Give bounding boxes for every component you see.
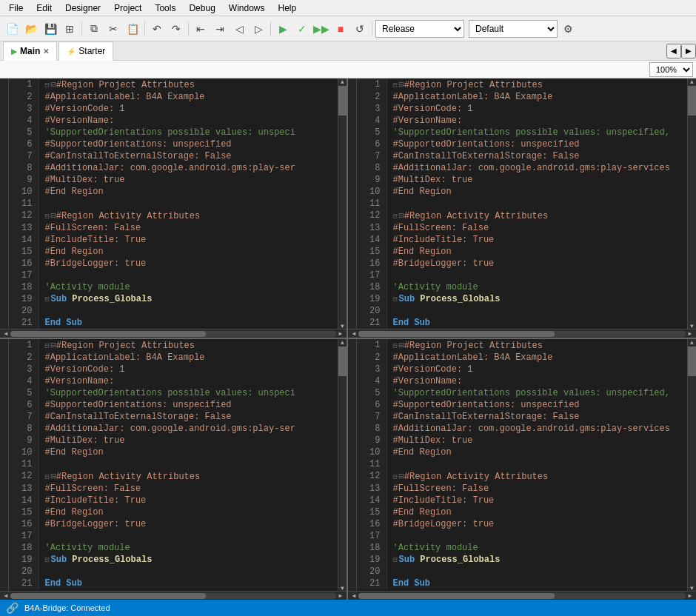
pane2-hscroll-right[interactable]: ▶ — [686, 329, 695, 338]
line-number: 19 — [357, 554, 387, 566]
menu-file[interactable]: File — [3, 1, 29, 15]
redo-button[interactable]: ↷ — [167, 20, 185, 38]
indent-button[interactable]: ⇤ — [192, 20, 210, 38]
pane2-hscroll-thumb[interactable] — [358, 331, 555, 337]
pane2-hscroll-track[interactable] — [358, 331, 686, 337]
collapse-icon[interactable]: ⊟ — [393, 473, 398, 481]
open-button[interactable]: 📂 — [22, 20, 40, 38]
pane1-content[interactable]: 1⊟⊟#Region Project Attributes2 #Applicat… — [9, 78, 338, 329]
pane3-hscroll-thumb[interactable] — [10, 593, 206, 599]
pane2-hscroll-left[interactable]: ◀ — [349, 329, 358, 338]
pane1-vscroll[interactable]: ▲ ▼ — [338, 78, 347, 329]
pane4-hscroll-left[interactable]: ◀ — [349, 592, 358, 600]
tab-prev-button[interactable]: ◀ — [666, 44, 681, 58]
pane4-hscroll-track[interactable] — [358, 593, 686, 599]
save-button[interactable]: 💾 — [41, 20, 59, 38]
pane4-scroll-up[interactable]: ▲ — [688, 339, 696, 345]
check-button[interactable]: ✓ — [293, 20, 311, 38]
collapse-icon[interactable]: ⊟ — [393, 295, 398, 304]
pane2-scroll-thumb[interactable] — [688, 86, 696, 116]
collapse-icon[interactable]: ⊟ — [45, 342, 50, 350]
grid-button[interactable]: ⊞ — [61, 20, 78, 38]
pane2-hscroll[interactable]: ◀ ▶ — [348, 329, 696, 338]
pane3-hscroll[interactable]: ◀ ▶ — [0, 591, 347, 600]
run-button[interactable]: ▶ — [274, 20, 292, 38]
pane2-scroll-track[interactable] — [688, 117, 696, 323]
pane1-scroll-thumb[interactable] — [338, 86, 347, 116]
comment-button[interactable]: ◁ — [230, 20, 248, 38]
tab-main-close[interactable]: ✕ — [43, 47, 49, 56]
pane1-hscroll-thumb[interactable] — [10, 331, 206, 337]
pane3-scroll-down[interactable]: ▼ — [338, 585, 347, 591]
uncomment-button[interactable]: ▷ — [250, 20, 267, 38]
collapse-icon[interactable]: ⊟ — [45, 473, 50, 481]
tab-next-button[interactable]: ▶ — [681, 44, 696, 58]
menu-windows[interactable]: Windows — [223, 1, 271, 15]
pane3-vscroll[interactable]: ▲ ▼ — [338, 339, 347, 591]
menu-designer[interactable]: Designer — [59, 1, 107, 15]
pane3-hscroll-track[interactable] — [10, 593, 336, 599]
collapse-icon[interactable]: ⊟ — [45, 556, 50, 564]
pane4-scroll-thumb[interactable] — [688, 346, 696, 376]
pane3-content[interactable]: 1⊟⊟#Region Project Attributes2 #Applicat… — [9, 339, 338, 591]
code-line: #MultiDex: true — [39, 174, 338, 186]
pane1-hscroll[interactable]: ◀ ▶ — [0, 329, 347, 338]
pane3-hscroll-left[interactable]: ◀ — [1, 592, 10, 600]
table-row: 21 End Sub — [357, 317, 687, 329]
paste-button[interactable]: 📋 — [124, 20, 141, 38]
build-config-dropdown[interactable]: Release Debug — [375, 20, 464, 38]
tab-main[interactable]: ▶ Main ✕ — [3, 41, 57, 61]
line-number: 5 — [357, 127, 387, 138]
pane2-scroll-down[interactable]: ▼ — [688, 323, 696, 329]
cut-button[interactable]: ✂ — [104, 20, 122, 38]
new-button[interactable]: 📄 — [3, 20, 21, 38]
pane1-scroll-up[interactable]: ▲ — [338, 78, 347, 84]
pane4-hscroll-thumb[interactable] — [358, 593, 555, 599]
zoom-dropdown[interactable]: 100% 75% 125% 150% — [649, 62, 693, 77]
collapse-icon[interactable]: ⊟ — [393, 81, 398, 90]
collapse-icon[interactable]: ⊟ — [45, 212, 50, 221]
menu-help[interactable]: Help — [272, 1, 303, 15]
line-number: 17 — [9, 270, 39, 281]
pane2-scroll-up[interactable]: ▲ — [688, 78, 696, 84]
collapse-icon[interactable]: ⊟ — [393, 212, 398, 221]
collapse-icon[interactable]: ⊟ — [393, 556, 398, 564]
run2-button[interactable]: ▶▶ — [312, 20, 330, 38]
menu-project[interactable]: Project — [108, 1, 147, 15]
pane4-code-table: 1⊟⊟#Region Project Attributes2 #Applicat… — [357, 339, 687, 589]
collapse-icon[interactable]: ⊟ — [45, 81, 50, 90]
collapse-icon[interactable]: ⊟ — [393, 342, 398, 350]
device-dropdown[interactable]: Default — [469, 20, 558, 38]
pane4-hscroll-right[interactable]: ▶ — [686, 592, 695, 600]
unindent-button[interactable]: ⇥ — [211, 20, 229, 38]
refresh-button[interactable]: ↺ — [351, 20, 369, 38]
pane4-content[interactable]: 1⊟⊟#Region Project Attributes2 #Applicat… — [357, 339, 687, 591]
pane1-hscroll-right[interactable]: ▶ — [336, 329, 345, 338]
menu-tools[interactable]: Tools — [149, 1, 181, 15]
menu-debug[interactable]: Debug — [183, 1, 221, 15]
pane3-hscroll-right[interactable]: ▶ — [336, 592, 345, 600]
tab-starter[interactable]: ⚡ Starter — [58, 41, 113, 61]
pane3-scroll-track[interactable] — [338, 378, 347, 585]
pane4-vscroll[interactable]: ▲ ▼ — [687, 339, 696, 591]
pane1-hscroll-track[interactable] — [10, 331, 336, 337]
menu-edit[interactable]: Edit — [30, 1, 58, 15]
pane1-scroll-down[interactable]: ▼ — [338, 323, 347, 329]
line-number: 21 — [9, 317, 39, 329]
device-options-button[interactable]: ⚙ — [559, 20, 577, 38]
pane1-scroll-track[interactable] — [338, 117, 347, 323]
line-number: 14 — [357, 495, 387, 506]
pane4-left-margin — [348, 339, 357, 591]
pane1-hscroll-left[interactable]: ◀ — [1, 329, 10, 338]
pane3-scroll-thumb[interactable] — [338, 346, 347, 376]
undo-button[interactable]: ↶ — [148, 20, 166, 38]
pane3-scroll-up[interactable]: ▲ — [338, 339, 347, 345]
pane2-vscroll[interactable]: ▲ ▼ — [687, 78, 696, 329]
stop-button[interactable]: ■ — [332, 20, 349, 38]
pane4-scroll-down[interactable]: ▼ — [688, 585, 696, 591]
copy-button[interactable]: ⧉ — [85, 20, 103, 38]
pane4-hscroll[interactable]: ◀ ▶ — [348, 591, 696, 600]
pane4-scroll-track[interactable] — [688, 378, 696, 585]
collapse-icon[interactable]: ⊟ — [45, 295, 50, 304]
pane2-content[interactable]: 1⊟⊟#Region Project Attributes2 #Applicat… — [357, 78, 687, 329]
